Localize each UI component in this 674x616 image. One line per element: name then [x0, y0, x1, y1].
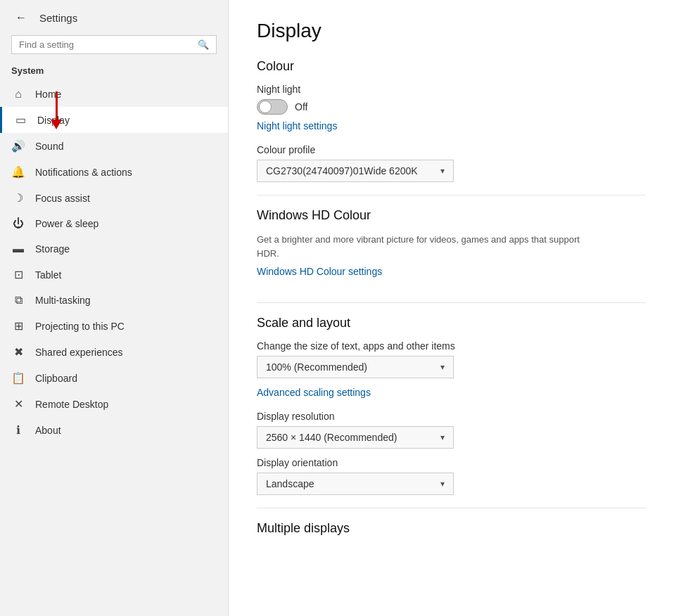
chevron-down-icon: ▾: [440, 362, 445, 372]
size-value: 100% (Recommended): [266, 361, 367, 373]
storage-icon: ▬: [11, 243, 25, 255]
sidebar-header: ← Settings: [0, 0, 228, 31]
remote-icon: ✕: [11, 397, 25, 411]
projecting-icon: ⊞: [11, 319, 25, 333]
sidebar-item-tablet[interactable]: ⊡ Tablet: [0, 262, 228, 288]
sidebar: ← Settings 🔍 System ⌂ Home ▭ Display 🔊 S…: [0, 0, 229, 616]
size-label: Change the size of text, apps and other …: [257, 340, 646, 352]
search-box[interactable]: 🔍: [11, 35, 217, 54]
orientation-label: Display orientation: [257, 457, 646, 468]
sidebar-item-label: Focus assist: [35, 193, 90, 204]
night-light-toggle[interactable]: [257, 99, 288, 115]
colour-profile-value: CG2730(24740097)01Wide 6200K: [266, 165, 418, 177]
night-light-toggle-row: Off: [257, 99, 646, 115]
colour-section-title: Colour: [257, 59, 646, 74]
power-icon: ⏻: [11, 217, 25, 230]
orientation-dropdown[interactable]: Landscape ▾: [257, 473, 454, 495]
sidebar-item-display[interactable]: ▭ Display: [0, 107, 228, 133]
sidebar-item-shared[interactable]: ✖ Shared experiences: [0, 339, 228, 365]
divider-2: [257, 302, 646, 303]
focus-icon: ☽: [11, 191, 25, 205]
sidebar-item-label: Projecting to this PC: [35, 321, 125, 332]
sidebar-item-label: Shared experiences: [35, 347, 123, 358]
night-light-settings-link[interactable]: Night light settings: [257, 120, 337, 131]
colour-profile-label: Colour profile: [257, 144, 646, 155]
sidebar-item-label: Clipboard: [35, 373, 77, 384]
size-dropdown[interactable]: 100% (Recommended) ▾: [257, 356, 454, 378]
sidebar-item-label: Notifications & actions: [35, 167, 132, 178]
sidebar-item-label: Remote Desktop: [35, 399, 108, 410]
colour-profile-dropdown[interactable]: CG2730(24740097)01Wide 6200K ▾: [257, 160, 454, 182]
scale-section: Scale and layout Change the size of text…: [257, 316, 646, 495]
multiple-displays-title: Multiple displays: [257, 521, 646, 536]
resolution-label: Display resolution: [257, 411, 646, 422]
advanced-scaling-link[interactable]: Advanced scaling settings: [257, 387, 371, 398]
divider-1: [257, 195, 646, 195]
sidebar-item-notifications[interactable]: 🔔 Notifications & actions: [0, 159, 228, 185]
sidebar-nav: ⌂ Home ▭ Display 🔊 Sound 🔔 Notifications…: [0, 82, 228, 443]
multiple-displays-section: Multiple displays: [257, 521, 646, 536]
divider-3: [257, 508, 646, 508]
page-title: Display: [257, 20, 646, 42]
sidebar-item-label: Power & sleep: [35, 218, 98, 229]
chevron-down-icon: ▾: [440, 166, 445, 176]
sidebar-item-label: About: [35, 425, 61, 436]
windows-hd-section: Windows HD Colour Get a brighter and mor…: [257, 208, 646, 290]
sidebar-item-label: Display: [37, 115, 70, 126]
sidebar-item-power[interactable]: ⏻ Power & sleep: [0, 211, 228, 236]
system-label: System: [0, 63, 228, 82]
sidebar-item-label: Storage: [35, 243, 70, 255]
windows-hd-settings-link[interactable]: Windows HD Colour settings: [257, 266, 382, 277]
colour-section: Colour Night light Off Night light setti…: [257, 59, 646, 182]
chevron-down-icon: ▾: [440, 479, 445, 489]
sidebar-item-home[interactable]: ⌂ Home: [0, 82, 228, 107]
orientation-value: Landscape: [266, 478, 314, 489]
sidebar-item-projecting[interactable]: ⊞ Projecting to this PC: [0, 313, 228, 339]
multitasking-icon: ⧉: [11, 294, 25, 307]
resolution-value: 2560 × 1440 (Recommended): [266, 432, 397, 443]
sound-icon: 🔊: [11, 139, 25, 153]
night-light-label: Night light: [257, 84, 646, 95]
toggle-knob: [259, 101, 272, 113]
app-title: Settings: [39, 12, 77, 24]
sidebar-item-storage[interactable]: ▬ Storage: [0, 236, 228, 262]
sidebar-item-clipboard[interactable]: 📋 Clipboard: [0, 365, 228, 391]
sidebar-item-focus[interactable]: ☽ Focus assist: [0, 185, 228, 211]
clipboard-icon: 📋: [11, 371, 25, 385]
about-icon: ℹ: [11, 423, 25, 437]
main-content: Display Colour Night light Off Night lig…: [229, 0, 674, 616]
display-icon: ▭: [13, 113, 27, 127]
sidebar-item-label: Home: [35, 89, 61, 100]
scale-section-title: Scale and layout: [257, 316, 646, 331]
windows-hd-title: Windows HD Colour: [257, 208, 646, 223]
sidebar-item-multitasking[interactable]: ⧉ Multi-tasking: [0, 288, 228, 313]
night-light-state: Off: [295, 101, 307, 113]
notifications-icon: 🔔: [11, 165, 25, 179]
tablet-icon: ⊡: [11, 268, 25, 281]
sidebar-item-label: Tablet: [35, 269, 61, 281]
chevron-down-icon: ▾: [440, 432, 445, 442]
sidebar-item-sound[interactable]: 🔊 Sound: [0, 133, 228, 159]
sidebar-item-about[interactable]: ℹ About: [0, 417, 228, 443]
shared-icon: ✖: [11, 345, 25, 359]
sidebar-item-label: Sound: [35, 141, 63, 152]
resolution-dropdown[interactable]: 2560 × 1440 (Recommended) ▾: [257, 426, 454, 449]
home-icon: ⌂: [11, 88, 25, 101]
search-input[interactable]: [19, 39, 198, 50]
back-button[interactable]: ←: [11, 10, 31, 25]
sidebar-item-remote[interactable]: ✕ Remote Desktop: [0, 391, 228, 417]
windows-hd-description: Get a brighter and more vibrant picture …: [257, 233, 594, 260]
search-icon: 🔍: [198, 39, 209, 50]
sidebar-item-label: Multi-tasking: [35, 295, 91, 306]
